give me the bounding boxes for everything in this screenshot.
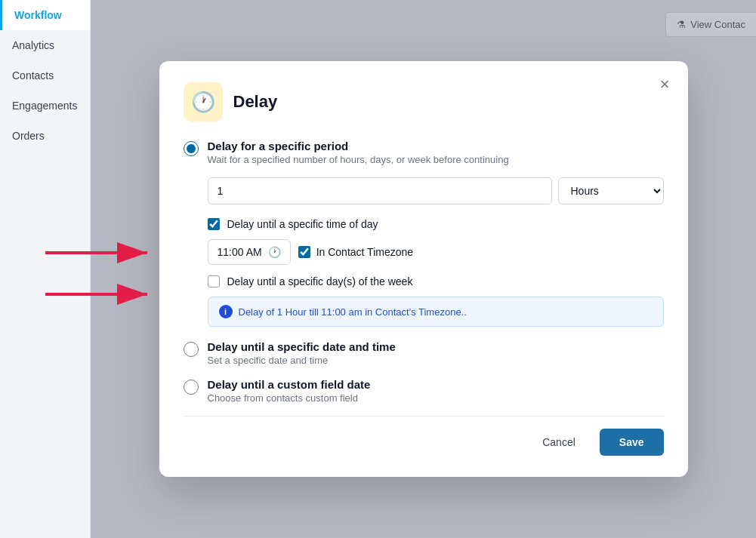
time-row: 11:00 AM 🕐 In Contact Timezone: [208, 239, 664, 265]
delay-period-option[interactable]: Delay for a specific period Wait for a s…: [184, 140, 664, 165]
duration-input[interactable]: [208, 177, 552, 204]
delay-modal: 🕐 Delay × Delay for a specific period Wa…: [159, 61, 688, 477]
sidebar-item-engagements[interactable]: Engagements: [0, 91, 90, 121]
modal-title: Delay: [233, 92, 278, 112]
delay-custom-label: Delay until a custom field date: [208, 378, 371, 391]
duration-row: Hours Minutes Days Weeks: [208, 177, 664, 204]
delay-date-desc: Set a specific date and time: [208, 355, 396, 366]
delay-custom-option[interactable]: Delay until a custom field date Choose f…: [184, 378, 664, 404]
delay-custom-radio[interactable]: [184, 380, 199, 395]
sidebar-item-contacts[interactable]: Contacts: [0, 60, 90, 91]
delay-time-checkbox[interactable]: [208, 218, 220, 230]
delay-time-checkbox-row[interactable]: Delay until a specific time of day: [208, 218, 664, 230]
delay-date-radio[interactable]: [184, 342, 199, 357]
modal-overlay: 🕐 Delay × Delay for a specific period Wa…: [91, 0, 756, 538]
delay-time-label: Delay until a specific time of day: [227, 218, 378, 230]
info-text: Delay of 1 Hour till 11:00 am in Contact…: [239, 306, 467, 318]
info-banner: i Delay of 1 Hour till 11:00 am in Conta…: [208, 297, 664, 327]
timezone-check-row[interactable]: In Contact Timezone: [298, 246, 413, 258]
clock-icon: 🕐: [268, 246, 281, 258]
delay-date-option[interactable]: Delay until a specific date and time Set…: [184, 340, 664, 366]
time-input-wrapper[interactable]: 11:00 AM 🕐: [208, 239, 291, 265]
cancel-button[interactable]: Cancel: [527, 429, 591, 456]
delay-period-label: Delay for a specific period: [208, 140, 509, 152]
duration-unit-select[interactable]: Hours Minutes Days Weeks: [558, 177, 664, 204]
time-value: 11:00 AM: [218, 246, 262, 258]
save-button[interactable]: Save: [600, 429, 664, 456]
sidebar-item-workflow[interactable]: Workflow: [0, 0, 90, 30]
delay-day-checkbox[interactable]: [208, 275, 220, 287]
main-area: ⚗ View Contac 🕐 Delay × Delay for a spec…: [91, 0, 756, 538]
timezone-label: In Contact Timezone: [316, 246, 413, 258]
info-icon: i: [219, 305, 233, 318]
sidebar-item-analytics[interactable]: Analytics: [0, 30, 90, 60]
timezone-checkbox[interactable]: [298, 246, 310, 258]
delay-day-label: Delay until a specific day(s) of the wee…: [227, 275, 413, 287]
delay-date-label: Delay until a specific date and time: [208, 340, 396, 353]
modal-footer: Cancel Save: [184, 416, 664, 456]
sidebar: Workflow Analytics Contacts Engagements …: [0, 0, 91, 538]
delay-day-checkbox-row[interactable]: Delay until a specific day(s) of the wee…: [208, 275, 664, 287]
delay-period-desc: Wait for a specified number of hours, da…: [208, 154, 509, 165]
close-button[interactable]: ×: [660, 76, 670, 93]
sidebar-item-orders[interactable]: Orders: [0, 121, 90, 151]
delay-custom-desc: Choose from contacts custom field: [208, 392, 371, 404]
modal-header: 🕐 Delay: [184, 82, 664, 121]
delay-icon: 🕐: [184, 82, 223, 121]
delay-period-radio[interactable]: [184, 141, 199, 156]
